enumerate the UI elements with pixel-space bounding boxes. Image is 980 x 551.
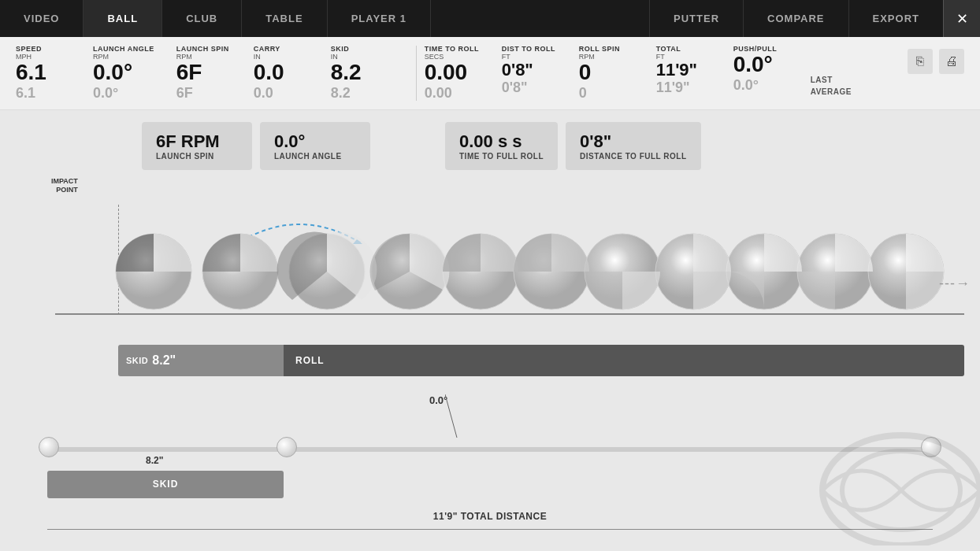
speed-label: SPEED	[16, 45, 71, 53]
print-icon[interactable]: 🖨	[939, 49, 964, 74]
average-label: AVERAGE	[811, 87, 852, 96]
roll-spin-label: ROLL SPIN	[579, 45, 634, 53]
push-pull-avg: 0.0°	[733, 77, 789, 94]
ball-start	[39, 437, 59, 457]
time-roll-label: TIME TO ROLL	[425, 45, 480, 53]
stat-launch-spin: LAUNCH SPIN RPM 6F 6F	[176, 45, 232, 102]
nav-ball[interactable]: BALL	[84, 0, 162, 37]
skid-sub-label: SKID	[153, 479, 179, 490]
stat-launch-angle: LAUNCH ANGLE RPM 0.0° 0.0°	[93, 45, 154, 102]
stat-dist-to-roll: DIST TO ROLL FT 0'8" 0'8"	[502, 45, 557, 96]
nav-export[interactable]: EXPORT	[848, 0, 943, 37]
total-avg: 11'9"	[656, 80, 711, 96]
stat-push-pull: PUSH/PULL 0.0° 0.0°	[733, 45, 789, 94]
push-pull-value: 0.0°	[733, 53, 789, 77]
golf-balls-svg	[110, 228, 945, 319]
watermark	[815, 427, 980, 545]
info-boxes-right: 0.00 s s TIME TO FULL ROLL 0'8" DISTANCE…	[445, 122, 701, 170]
launch-spin-box-value: 6F RPM	[156, 131, 238, 152]
launch-angle-avg: 0.0°	[93, 85, 154, 102]
launch-angle-box-label: LAUNCH ANGLE	[274, 152, 356, 161]
stats-row: ⎘ 🖨 SPEED MPH 6.1 6.1 LAUNCH ANGLE RPM 0…	[0, 37, 980, 110]
skid-roll-bar: SKID 8.2" ROLL	[118, 345, 964, 376]
skid-bar-label: SKID	[126, 356, 148, 365]
nav-club[interactable]: CLUB	[162, 0, 242, 37]
skid-label: SKID	[331, 45, 386, 53]
launch-angle-box-value: 0.0°	[274, 131, 356, 152]
last-average-labels: LAST AVERAGE	[811, 74, 852, 98]
total-line	[47, 529, 933, 530]
impact-point-label: IMPACTPOINT	[51, 177, 78, 195]
launch-angle-box: 0.0° LAUNCH ANGLE	[260, 122, 370, 170]
distance-track	[47, 447, 933, 452]
dist-full-roll-value: 0'8"	[580, 131, 687, 152]
skid-measure-label: 8.2"	[146, 455, 163, 466]
carry-avg: 0.0	[254, 85, 309, 102]
speed-value: 6.1	[16, 61, 71, 85]
total-value: 11'9"	[656, 61, 711, 80]
roll-bar-label: ROLL	[295, 355, 325, 366]
nav-putter[interactable]: PUTTER	[649, 0, 743, 37]
roll-spin-value: 0	[579, 61, 634, 85]
nav-player1[interactable]: PLAYER 1	[328, 0, 431, 37]
skid-bar: SKID 8.2"	[118, 345, 284, 376]
stat-carry: CARRY IN 0.0 0.0	[254, 45, 309, 102]
launch-spin-box: 6F RPM LAUNCH SPIN	[142, 122, 252, 170]
dist-roll-avg: 0'8"	[502, 80, 557, 96]
divider-1	[416, 46, 417, 101]
roll-spin-avg: 0	[579, 85, 634, 102]
launch-spin-box-label: LAUNCH SPIN	[156, 152, 238, 161]
main-viz: 6F RPM LAUNCH SPIN 0.0° LAUNCH ANGLE 0.0…	[0, 110, 980, 388]
time-roll-avg: 0.00	[425, 85, 480, 102]
launch-spin-label: LAUNCH SPIN	[176, 45, 232, 53]
time-roll-value: 0.00	[425, 61, 480, 85]
launch-angle-label: LAUNCH ANGLE	[93, 45, 154, 53]
stat-time-to-roll: TIME TO ROLL SECS 0.00 0.00	[425, 45, 480, 102]
bottom-section: 0.0° 8.2" SKID 11'9" TOTAL DISTANCE	[0, 388, 980, 545]
copy-icon[interactable]: ⎘	[908, 49, 933, 74]
ball-mid	[277, 437, 297, 457]
last-label: LAST	[811, 76, 852, 84]
speed-avg: 6.1	[16, 85, 71, 102]
angle-line-svg	[445, 394, 469, 438]
time-full-roll-box: 0.00 s s TIME TO FULL ROLL	[445, 122, 558, 170]
skid-bar-value: 8.2"	[152, 353, 176, 368]
action-icons: ⎘ 🖨	[908, 49, 964, 74]
total-label: TOTAL	[656, 45, 711, 53]
svg-line-12	[445, 394, 457, 438]
continue-arrow: - - - →	[939, 276, 968, 292]
close-button[interactable]: ✕	[943, 0, 980, 37]
nav-compare[interactable]: COMPARE	[743, 0, 848, 37]
launch-angle-value: 0.0°	[93, 61, 154, 85]
dist-full-roll-label: DISTANCE TO FULL ROLL	[580, 152, 687, 161]
total-distance-label: 11'9" TOTAL DISTANCE	[433, 511, 547, 522]
info-boxes-left: 6F RPM LAUNCH SPIN 0.0° LAUNCH ANGLE	[142, 122, 370, 170]
nav-table[interactable]: TABLE	[242, 0, 327, 37]
carry-label: CARRY	[254, 45, 309, 53]
stat-speed: SPEED MPH 6.1 6.1	[16, 45, 71, 102]
time-full-roll-label: TIME TO FULL ROLL	[459, 152, 544, 161]
stat-total: TOTAL FT 11'9" 11'9"	[656, 45, 711, 96]
dist-full-roll-box: 0'8" DISTANCE TO FULL ROLL	[566, 122, 701, 170]
launch-spin-value: 6F	[176, 61, 232, 85]
nav-video[interactable]: VIDEO	[0, 0, 84, 37]
stat-roll-spin: ROLL SPIN RPM 0 0	[579, 45, 634, 102]
skid-sub-bar: SKID	[47, 471, 284, 498]
stat-skid: SKID IN 8.2 8.2	[331, 45, 386, 102]
carry-value: 0.0	[254, 61, 309, 85]
dist-roll-label: DIST TO ROLL	[502, 45, 557, 53]
dist-roll-value: 0'8"	[502, 61, 557, 80]
launch-spin-avg: 6F	[176, 85, 232, 102]
skid-avg: 8.2	[331, 85, 386, 102]
skid-value: 8.2	[331, 61, 386, 85]
top-nav: VIDEO BALL CLUB TABLE PLAYER 1 PUTTER CO…	[0, 0, 980, 37]
time-full-roll-value: 0.00 s s	[459, 131, 544, 152]
roll-bar: ROLL	[284, 345, 964, 376]
